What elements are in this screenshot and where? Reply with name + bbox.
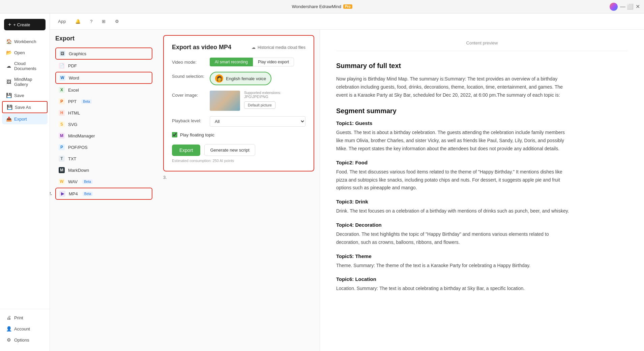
cloud-icon: ☁ bbox=[252, 45, 256, 50]
full-text-title: Summary of full text bbox=[336, 62, 572, 70]
topic6-body: Location. Summary: The text is about cel… bbox=[336, 285, 572, 293]
sidebar-item-export[interactable]: 📤 Export bbox=[2, 114, 48, 124]
cover-image bbox=[210, 91, 240, 111]
cover-image-area: Supported extensions: JPG\JPE\PNG Defaul… bbox=[210, 91, 305, 111]
export-item-mp4[interactable]: 2. ▶ MP4 Beta bbox=[55, 188, 152, 200]
export-item-html[interactable]: H HTML bbox=[55, 107, 152, 118]
floating-topic-label: Play floating topic bbox=[180, 132, 214, 137]
minimize-button[interactable]: — bbox=[620, 4, 625, 9]
sidebar-item-label: Workbench bbox=[14, 39, 36, 44]
ppt-beta-badge: Beta bbox=[81, 99, 92, 104]
sidebar-item-label: Cloud Documents bbox=[14, 61, 43, 71]
sidebar: + + Create 🏠 Workbench 📂 Open ☁ Cloud Do… bbox=[0, 13, 50, 351]
export-button[interactable]: Export bbox=[172, 145, 200, 156]
cloud-icon: ☁ bbox=[6, 63, 11, 69]
cover-thumbnail bbox=[210, 91, 240, 111]
sidebar-bottom: 🖨 Print 👤 Account ⚙ Options bbox=[0, 309, 50, 348]
cloud-link-label: Historical media cloud files bbox=[258, 45, 305, 50]
graphics-icon: 🖼 bbox=[59, 51, 65, 57]
sidebar-item-saveas[interactable]: 1. 💾 Save As bbox=[2, 101, 48, 113]
export-item-label: MindManager bbox=[68, 133, 95, 138]
topic3-title: Topic3: Drink bbox=[336, 199, 572, 204]
sidebar-item-label: Options bbox=[14, 338, 29, 343]
toolbar: App 🔔 ? ⊞ ⚙ bbox=[50, 13, 644, 30]
export-format-panel: Export 🖼 Graphics 📄 PDF W Word bbox=[50, 30, 158, 351]
modal-header: Export as video MP4 ☁ Historical media c… bbox=[172, 44, 305, 51]
sidebar-item-workbench[interactable]: 🏠 Workbench bbox=[2, 36, 48, 47]
create-button[interactable]: + + Create bbox=[4, 19, 46, 30]
cover-meta: Supported extensions: JPG\JPE\PNG Defaul… bbox=[244, 91, 281, 109]
content-preview-header: Content preview bbox=[336, 40, 628, 51]
grid-button[interactable]: ⊞ bbox=[99, 18, 108, 25]
ppt-icon: P bbox=[59, 98, 65, 104]
export-item-wav[interactable]: W WAV Beta bbox=[55, 176, 152, 187]
app-name: Wondershare EdrawMind bbox=[292, 4, 341, 9]
floating-topic-row: Play floating topic bbox=[172, 132, 305, 137]
maximize-button[interactable]: ⬜ bbox=[628, 4, 633, 9]
playback-select[interactable]: All bbox=[210, 116, 305, 127]
saveas-icon: 💾 bbox=[7, 104, 12, 110]
markdown-icon: M bbox=[59, 167, 65, 173]
step3-label: 3. bbox=[163, 174, 314, 180]
export-item-markdown[interactable]: M MarkDown bbox=[55, 165, 152, 176]
sidebar-item-options[interactable]: ⚙ Options bbox=[2, 334, 48, 345]
export-item-mindmanager[interactable]: M MindManager bbox=[55, 130, 152, 141]
account-icon: 👤 bbox=[6, 326, 11, 331]
export-item-label: POF/POS bbox=[68, 145, 88, 150]
export-item-label: MarkDown bbox=[68, 168, 89, 173]
topic4-section: Topic4: Decoration Decoration. The text … bbox=[336, 222, 572, 247]
export-item-label: Graphics bbox=[69, 51, 86, 56]
voice-selector-button[interactable]: 👩 English female voice bbox=[210, 72, 271, 85]
preview-content: Summary of full text Now playing is Birt… bbox=[336, 62, 572, 293]
sidebar-item-cloud[interactable]: ☁ Cloud Documents bbox=[2, 58, 48, 74]
play-export-button[interactable]: Play video export bbox=[253, 58, 294, 66]
voice-avatar: 👩 bbox=[215, 74, 223, 83]
export-item-ppt[interactable]: P PPT Beta bbox=[55, 96, 152, 107]
action-buttons: Export Generate new script bbox=[172, 144, 305, 156]
save-icon: 💾 bbox=[6, 93, 11, 98]
app-button[interactable]: App bbox=[55, 18, 68, 25]
topic6-title: Topic6: Location bbox=[336, 276, 572, 282]
topic1-section: Topic1: Guests Guests. The text is about… bbox=[336, 120, 572, 153]
wav-beta-badge: Beta bbox=[82, 180, 93, 184]
generate-script-button[interactable]: Generate new script bbox=[204, 144, 255, 156]
voice-name: English female voice bbox=[226, 76, 266, 81]
default-picture-button[interactable]: Default picture bbox=[244, 101, 275, 109]
topic2-title: Topic2: Food bbox=[336, 160, 572, 165]
sidebar-item-print[interactable]: 🖨 Print bbox=[2, 312, 48, 323]
export-item-word[interactable]: W Word bbox=[55, 72, 152, 84]
help-button[interactable]: ? bbox=[87, 18, 95, 25]
sidebar-item-account[interactable]: 👤 Account bbox=[2, 323, 48, 334]
open-icon: 📂 bbox=[6, 50, 11, 55]
export-icon: 📤 bbox=[6, 116, 11, 122]
content-area: App 🔔 ? ⊞ ⚙ Export 🖼 Graphics 📄 PDF bbox=[50, 13, 644, 351]
pdf-icon: 📄 bbox=[59, 63, 65, 69]
sidebar-item-open[interactable]: 📂 Open bbox=[2, 47, 48, 58]
sidebar-item-gallery[interactable]: 🖼 MindMap Gallery bbox=[2, 74, 48, 90]
sound-label: Sound selection: bbox=[172, 72, 206, 79]
cover-formats: JPG\JPE\PNG bbox=[244, 95, 281, 99]
cloud-files-link[interactable]: ☁ Historical media cloud files bbox=[252, 45, 305, 50]
export-item-txt[interactable]: T TXT bbox=[55, 153, 152, 164]
modal-title: Export as video MP4 bbox=[172, 44, 231, 51]
export-modal: Export as video MP4 ☁ Historical media c… bbox=[163, 35, 314, 171]
export-item-pof[interactable]: P POF/POS bbox=[55, 142, 152, 153]
svg-icon: S bbox=[59, 121, 65, 127]
mode-buttons: AI smart recording Play video export bbox=[210, 58, 305, 66]
export-item-graphics[interactable]: 🖼 Graphics bbox=[55, 47, 152, 60]
topic5-body: Theme. Summary: The theme of the text is… bbox=[336, 262, 572, 270]
export-item-pdf[interactable]: 📄 PDF bbox=[55, 60, 152, 71]
mp4-icon: ▶ bbox=[59, 191, 65, 197]
ai-recording-button[interactable]: AI smart recording bbox=[210, 58, 253, 66]
export-item-excel[interactable]: X Excel bbox=[55, 85, 152, 95]
playback-label: Playback level: bbox=[172, 116, 206, 123]
close-button[interactable]: ✕ bbox=[635, 4, 640, 9]
sidebar-item-save[interactable]: 💾 Save bbox=[2, 90, 48, 101]
full-text-body: Now playing is Birthday Mind Map. The su… bbox=[336, 75, 572, 99]
export-item-svg[interactable]: S SVG bbox=[55, 119, 152, 130]
notification-button[interactable]: 🔔 bbox=[72, 18, 83, 25]
export-item-label: PPT bbox=[68, 99, 77, 104]
floating-topic-checkbox[interactable] bbox=[172, 132, 177, 137]
topic2-body: Food. The text discusses various food it… bbox=[336, 168, 572, 192]
settings-button[interactable]: ⚙ bbox=[112, 18, 122, 25]
